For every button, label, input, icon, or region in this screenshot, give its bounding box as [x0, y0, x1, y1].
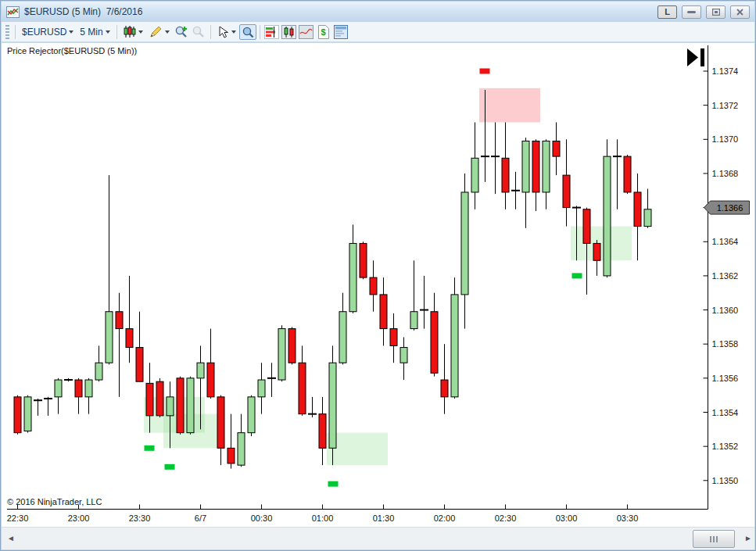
doji-dash: [308, 413, 317, 415]
doji-dash: [572, 207, 581, 209]
chevron-down-icon: [165, 30, 170, 34]
close-button[interactable]: [730, 5, 750, 19]
toolbar-grip[interactable]: [5, 25, 9, 39]
candle-body: [593, 243, 600, 260]
candle-body: [55, 380, 62, 397]
chart-window-button[interactable]: [281, 24, 298, 40]
candle-body: [329, 363, 336, 448]
rejection-marker: [480, 69, 490, 74]
candle-body: [85, 380, 92, 397]
rejection-zone: [479, 88, 540, 123]
interval-label: 5 Min: [80, 27, 102, 38]
x-axis-label: 23:30: [129, 513, 151, 523]
y-axis-label: 1.1368: [712, 169, 739, 178]
zoom-in-icon: [174, 25, 188, 39]
doji-dash: [420, 309, 428, 311]
x-axis-label: 03:00: [556, 513, 578, 523]
x-axis-label: 03:30: [617, 513, 639, 523]
rejection-zone: [571, 227, 632, 261]
x-axis-label: 00:30: [251, 513, 273, 523]
x-axis-label: 01:00: [312, 513, 334, 523]
restore-button[interactable]: [706, 5, 726, 19]
window-title: $EURUSD (5 Min) 7/6/2016: [24, 6, 142, 17]
y-axis-label: 1.1360: [712, 306, 739, 315]
rejection-marker: [165, 464, 175, 470]
candle-body: [339, 312, 346, 363]
zoom-in-button[interactable]: [173, 24, 190, 40]
chart-window-icon: [281, 25, 296, 39]
minimize-button[interactable]: [682, 5, 701, 19]
x-axis-label: 02:00: [434, 513, 456, 523]
candle-body: [543, 141, 550, 191]
data-box-button[interactable]: [239, 24, 256, 40]
market-analyzer-button[interactable]: [298, 24, 315, 40]
candle-body: [349, 243, 357, 311]
zoom-out-button[interactable]: [190, 24, 207, 40]
candle-body: [106, 312, 113, 363]
candle-body: [95, 363, 102, 380]
chart-style-button[interactable]: [120, 23, 146, 40]
drawing-tools-button[interactable]: [146, 23, 173, 40]
candle-body: [228, 448, 235, 463]
candle-body: [116, 312, 123, 329]
candle-body: [380, 295, 387, 329]
doji-dash: [481, 156, 489, 157]
candle-body: [278, 329, 285, 380]
dollar-document-icon: $: [317, 25, 330, 39]
candle-body: [299, 363, 306, 413]
doji-dash: [613, 156, 622, 157]
title-bar[interactable]: $EURUSD (5 Min) 7/6/2016 L: [2, 2, 754, 22]
candle-body: [156, 381, 163, 416]
candle-body: [431, 312, 438, 374]
candle-body: [644, 209, 651, 227]
candle-body: [400, 348, 407, 363]
y-axis-label: 1.1374: [712, 66, 739, 76]
doji-dash: [267, 377, 276, 379]
market-depth-button[interactable]: [263, 24, 281, 40]
price-chart[interactable]: 1.13741.13721.13701.13681.13641.13621.13…: [2, 43, 756, 529]
candle-body: [370, 277, 377, 295]
scroll-right-icon[interactable]: ►: [744, 534, 752, 542]
interval-selector[interactable]: 5 Min: [77, 25, 113, 39]
cursor-button[interactable]: [214, 24, 239, 40]
y-axis-label: 1.1372: [712, 101, 739, 110]
chevron-down-icon: [106, 30, 110, 34]
candlestick-style-icon: [124, 25, 136, 38]
x-axis-label: 02:30: [495, 513, 517, 523]
x-axis-label: 6/7: [195, 513, 206, 523]
chevron-down-icon: [231, 30, 236, 34]
rejection-marker: [145, 445, 155, 451]
instrument-label: $EURUSD: [22, 27, 66, 38]
chart-window: $EURUSD (5 Min) 7/6/2016 L $EURUSD 5 Min: [0, 0, 756, 551]
account-data-button[interactable]: $: [315, 24, 332, 40]
separator: [260, 25, 260, 39]
instrument-selector[interactable]: $EURUSD: [19, 25, 77, 39]
candle-body: [14, 397, 21, 433]
go-to-end-icon[interactable]: [686, 48, 707, 70]
candle-body: [532, 141, 539, 191]
x-axis-label: 23:00: [68, 513, 90, 523]
output-window-icon: [334, 25, 348, 39]
candle-body: [288, 329, 296, 363]
scrollbar-thumb[interactable]: [693, 530, 735, 548]
candle-body: [197, 363, 204, 378]
output-window-button[interactable]: [332, 24, 349, 40]
candle-body: [75, 380, 82, 397]
link-button[interactable]: L: [657, 5, 677, 19]
rejection-marker: [572, 273, 582, 278]
h-scrollbar[interactable]: ◄ ►: [2, 527, 754, 549]
zoom-out-icon: [192, 25, 206, 39]
restore-icon: [712, 9, 720, 16]
candle-body: [502, 158, 509, 192]
candle-body: [217, 397, 224, 448]
candle-body: [360, 243, 367, 277]
candle-body: [624, 156, 631, 192]
separator: [116, 25, 117, 39]
chart-app-icon: [6, 6, 20, 18]
y-axis-label: 1.1370: [712, 134, 739, 144]
scroll-left-icon[interactable]: ◄: [7, 534, 15, 542]
toolbar: $EURUSD 5 Min: [2, 22, 754, 42]
last-price-label: 1.1366: [717, 203, 743, 213]
candle-body: [258, 380, 265, 397]
chart-area[interactable]: 1.13741.13721.13701.13681.13641.13621.13…: [2, 43, 754, 528]
